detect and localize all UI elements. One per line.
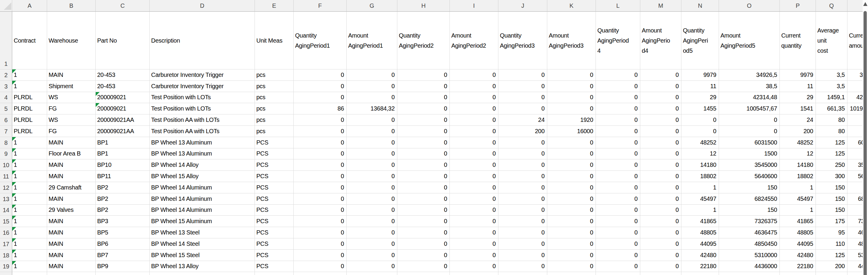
cell-Px[interactable] [780, 272, 816, 275]
cell-C5[interactable]: 200009021 [96, 103, 150, 114]
cell-K10[interactable]: 0 [547, 159, 596, 171]
column-header-R[interactable]: R [847, 0, 863, 11]
cell-F14[interactable]: 0 [293, 205, 347, 216]
cell-B11[interactable]: MAIN [47, 171, 96, 182]
cell-G1[interactable]: Amount AgingPeriod1 [347, 11, 397, 69]
cell-D1[interactable]: Description [150, 11, 255, 69]
cell-B14[interactable]: 29 Valves [47, 205, 96, 216]
cell-C10[interactable]: BP10 [96, 159, 150, 171]
cell-I18[interactable]: 0 [450, 250, 498, 261]
cell-Gx[interactable] [347, 272, 397, 275]
cell-E1[interactable]: Unit Meas [255, 11, 293, 69]
cell-H2[interactable]: 0 [397, 69, 450, 81]
cell-B17[interactable]: MAIN [47, 238, 96, 250]
cell-L4[interactable]: 0 [596, 92, 640, 103]
cell-C2[interactable]: 20-453 [96, 69, 150, 81]
cell-M7[interactable]: 0 [640, 126, 681, 137]
cell-K18[interactable]: 0 [547, 250, 596, 261]
cell-Q13[interactable]: 150 [816, 193, 847, 205]
cell-P3[interactable]: 11 [780, 81, 816, 92]
cell-Mx[interactable] [640, 272, 681, 275]
cell-L3[interactable]: 0 [596, 81, 640, 92]
cell-Q3[interactable]: 3,5 [816, 81, 847, 92]
column-header-J[interactable]: J [498, 0, 547, 11]
cell-G14[interactable]: 0 [347, 205, 397, 216]
cell-R10[interactable]: 3545000 [847, 159, 863, 171]
cell-J12[interactable]: 0 [498, 182, 547, 193]
cell-P13[interactable]: 45497 [780, 193, 816, 205]
cell-B2[interactable]: MAIN [47, 69, 96, 81]
cell-E16[interactable]: PCS [255, 227, 293, 238]
cell-A17[interactable]: 1 [12, 238, 47, 250]
cell-I2[interactable]: 0 [450, 69, 498, 81]
row-number-4[interactable]: 4 [0, 92, 12, 103]
cell-D14[interactable]: BP Wheel 14 Aluminum [150, 205, 255, 216]
cell-F16[interactable]: 0 [293, 227, 347, 238]
cell-D10[interactable]: BP Wheel 14 Alloy [150, 159, 255, 171]
cell-L7[interactable]: 0 [596, 126, 640, 137]
cell-A16[interactable]: 1 [12, 227, 47, 238]
cell-Fx[interactable] [293, 272, 347, 275]
cell-H14[interactable]: 0 [397, 205, 450, 216]
cell-I13[interactable]: 0 [450, 193, 498, 205]
cell-I1[interactable]: Amount AgingPeriod2 [450, 11, 498, 69]
cell-G4[interactable]: 0 [347, 92, 397, 103]
column-header-M[interactable]: M [640, 0, 681, 11]
cell-P4[interactable]: 29 [780, 92, 816, 103]
cell-Kx[interactable] [547, 272, 596, 275]
column-header-H[interactable]: H [397, 0, 450, 11]
cell-P11[interactable]: 18802 [780, 171, 816, 182]
cell-C19[interactable]: BP9 [96, 261, 150, 272]
cell-L12[interactable]: 0 [596, 182, 640, 193]
cell-Ox[interactable] [719, 272, 780, 275]
cell-N6[interactable]: 0 [681, 114, 719, 126]
cell-M16[interactable]: 0 [640, 227, 681, 238]
row-number-next[interactable] [0, 272, 12, 275]
cell-J3[interactable]: 0 [498, 81, 547, 92]
cell-Q18[interactable]: 125 [816, 250, 847, 261]
cell-O17[interactable]: 4850450 [719, 238, 780, 250]
row-number-15[interactable]: 15 [0, 216, 12, 227]
cell-B4[interactable]: WS [47, 92, 96, 103]
row-number-17[interactable]: 17 [0, 238, 12, 250]
cell-J17[interactable]: 0 [498, 238, 547, 250]
cell-P2[interactable]: 9979 [780, 69, 816, 81]
cell-O7[interactable]: 0 [719, 126, 780, 137]
cell-R14[interactable]: 150 [847, 205, 863, 216]
cell-G19[interactable]: 0 [347, 261, 397, 272]
cell-A1[interactable]: Contract [12, 11, 47, 69]
cell-D2[interactable]: Carburetor Inventory Trigger [150, 69, 255, 81]
cell-B3[interactable]: Shipment [47, 81, 96, 92]
cell-E11[interactable]: PCS [255, 171, 293, 182]
cell-Q6[interactable]: 80 [816, 114, 847, 126]
cell-H19[interactable]: 0 [397, 261, 450, 272]
cell-E7[interactable]: pcs [255, 126, 293, 137]
cell-F1[interactable]: Quantity AgingPeriod1 [293, 11, 347, 69]
cell-E8[interactable]: PCS [255, 137, 293, 148]
cell-Q19[interactable]: 200 [816, 261, 847, 272]
cell-H16[interactable]: 0 [397, 227, 450, 238]
cell-H8[interactable]: 0 [397, 137, 450, 148]
cell-Q15[interactable]: 175 [816, 216, 847, 227]
cell-I12[interactable]: 0 [450, 182, 498, 193]
cell-Lx[interactable] [596, 272, 640, 275]
row-number-13[interactable]: 13 [0, 193, 12, 205]
cell-Ix[interactable] [450, 272, 498, 275]
cell-M3[interactable]: 0 [640, 81, 681, 92]
cell-I11[interactable]: 0 [450, 171, 498, 182]
cell-C1[interactable]: Part No [96, 11, 150, 69]
cell-I19[interactable]: 0 [450, 261, 498, 272]
cell-J11[interactable]: 0 [498, 171, 547, 182]
cell-G16[interactable]: 0 [347, 227, 397, 238]
cell-Ax[interactable] [12, 272, 47, 275]
cell-G12[interactable]: 0 [347, 182, 397, 193]
cell-R16[interactable]: 4636475 [847, 227, 863, 238]
cell-O16[interactable]: 4636475 [719, 227, 780, 238]
cell-Q4[interactable]: 1459,1 [816, 92, 847, 103]
cell-D8[interactable]: BP Wheel 13 Aluminum [150, 137, 255, 148]
cell-R18[interactable]: 5310000 [847, 250, 863, 261]
cell-G18[interactable]: 0 [347, 250, 397, 261]
cell-A9[interactable]: 1 [12, 148, 47, 160]
cell-H15[interactable]: 0 [397, 216, 450, 227]
row-number-11[interactable]: 11 [0, 171, 12, 182]
